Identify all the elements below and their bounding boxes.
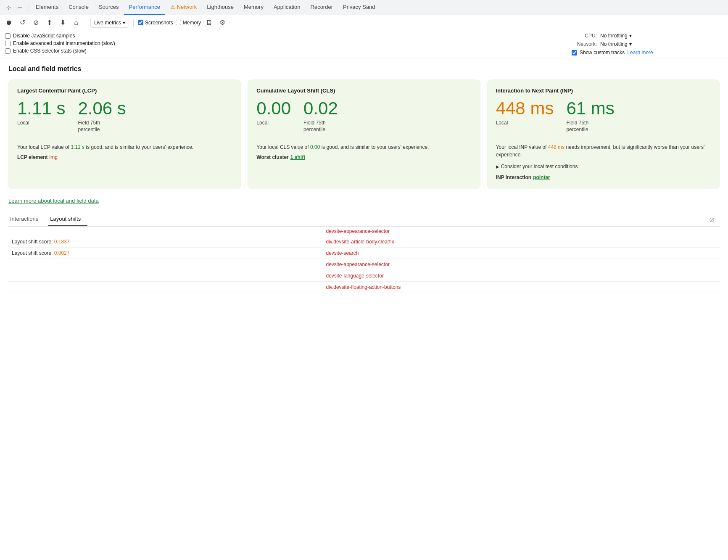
- download-button[interactable]: ⬇: [57, 17, 68, 28]
- lcp-card-title: Largest Contentful Paint (LCP): [17, 87, 232, 94]
- table-row: div.devsite-floating-action-buttons: [8, 282, 720, 293]
- custom-tracks-learn-more[interactable]: Learn more: [627, 50, 653, 55]
- upload-button[interactable]: ⬆: [44, 17, 55, 28]
- css-selector-checkbox[interactable]: [5, 48, 11, 54]
- tab-network[interactable]: ⚠ Network: [165, 0, 202, 15]
- worst-cluster-label: Worst cluster: [256, 154, 288, 160]
- cpu-throttle-select[interactable]: No throttling ▾: [600, 33, 632, 39]
- element-name-4[interactable]: devsite-language-selector: [326, 273, 383, 279]
- memory-checkbox-item[interactable]: Memory: [176, 20, 201, 26]
- lcp-field-value: 2.06 s: [78, 99, 126, 118]
- inp-card: Interaction to Next Paint (INP) 448 ms L…: [487, 79, 720, 189]
- element-cell-2: devsite-search: [322, 248, 720, 259]
- network-label: Network:: [572, 41, 597, 47]
- element-name-1[interactable]: div.devsite-article-body.clearfix: [326, 239, 394, 245]
- lcp-desc: Your local LCP value of 1.11 s is good, …: [17, 143, 232, 161]
- cpu-label: CPU:: [572, 33, 597, 39]
- lcp-local-label: Local: [17, 120, 65, 127]
- reload-record-button[interactable]: ↺: [17, 17, 28, 28]
- inp-desc: Your local INP value of 448 ms needs imp…: [496, 143, 711, 181]
- lcp-local-group: 1.11 s Local: [17, 99, 65, 133]
- inp-field-value: 61 ms: [566, 99, 614, 118]
- table-row: devsite-language-selector: [8, 270, 720, 282]
- lcp-element-label: LCP element: [17, 154, 47, 160]
- toolbar-separator-1: [86, 18, 86, 27]
- lcp-desc-text-1: Your local LCP value of: [17, 144, 71, 150]
- tab-console[interactable]: Console: [63, 0, 94, 15]
- lcp-local-value: 1.11 s: [17, 99, 65, 118]
- advanced-paint-checkbox[interactable]: [5, 41, 11, 46]
- lcp-element-value[interactable]: img: [49, 154, 57, 160]
- css-selector-setting[interactable]: Enable CSS selector stats (slow): [5, 48, 572, 54]
- tab-performance[interactable]: Performance: [124, 0, 165, 15]
- sub-tab-layout-shifts[interactable]: Layout shifts: [48, 212, 87, 226]
- cls-field-group: 0.02 Field 75thpercentile: [303, 99, 338, 133]
- live-metrics-label: Live metrics: [94, 20, 121, 26]
- inp-local-label: Local: [496, 120, 554, 127]
- lcp-card: Largest Contentful Paint (LCP) 1.11 s Lo…: [8, 79, 241, 189]
- disable-js-checkbox[interactable]: [5, 33, 11, 39]
- element-cell-5: div.devsite-floating-action-buttons: [322, 282, 720, 293]
- element-name-0[interactable]: devsite-appearance-selector: [326, 228, 389, 234]
- device-icon[interactable]: ▭: [15, 3, 24, 12]
- score-cell-5: [8, 282, 322, 293]
- score-label-1: Layout shift score:: [12, 239, 54, 245]
- element-cell-4: devsite-language-selector: [322, 270, 720, 282]
- learn-more-link[interactable]: Learn more about local and field data: [8, 198, 99, 204]
- sub-tab-interactions[interactable]: Interactions: [8, 212, 45, 226]
- inp-interaction-row: INP interactionpointer: [496, 174, 711, 181]
- worst-cluster-value[interactable]: 1 shift: [290, 154, 305, 160]
- cls-card-title: Cumulative Layout Shift (CLS): [256, 87, 471, 94]
- record-button[interactable]: ⏺: [3, 17, 14, 28]
- lcp-field-group: 2.06 s Field 75thpercentile: [78, 99, 126, 133]
- screenshots-checkbox-item[interactable]: Screenshots: [138, 20, 173, 26]
- network-throttle-arrow: ▾: [629, 41, 632, 47]
- tab-application[interactable]: Application: [269, 0, 306, 15]
- element-cell-3: devsite-appearance-selector: [322, 259, 720, 270]
- toolbar-separator-2: [133, 18, 134, 27]
- inp-desc-text-1: Your local INP value of: [496, 144, 548, 150]
- network-throttle-select[interactable]: No throttling ▾: [600, 41, 632, 47]
- devtools-icons: ⊹ ▭: [2, 3, 27, 12]
- memory-label: Memory: [183, 20, 201, 26]
- inp-field-label: Field 75thpercentile: [566, 120, 614, 133]
- cpu-throttle-icon[interactable]: 🖥: [203, 17, 214, 28]
- inp-interaction-value[interactable]: pointer: [533, 174, 550, 180]
- memory-checkbox[interactable]: [176, 20, 181, 25]
- score-val-2: 0.0027: [54, 250, 70, 256]
- tab-privacy[interactable]: Privacy Sand: [338, 0, 380, 15]
- tab-sources[interactable]: Sources: [94, 0, 124, 15]
- settings-icon[interactable]: ⚙: [217, 17, 228, 28]
- consider-block[interactable]: ▶ Consider your local test conditions: [496, 163, 711, 170]
- clear-button[interactable]: ⊘: [30, 17, 41, 28]
- devtools-tab-bar: ⊹ ▭ Elements Console Sources Performance…: [0, 0, 728, 15]
- element-cell-0: devsite-appearance-selector: [322, 227, 720, 236]
- dropdown-arrow-icon: ▾: [123, 20, 125, 26]
- element-cell-1: div.devsite-article-body.clearfix: [322, 236, 720, 248]
- advanced-paint-setting[interactable]: Enable advanced paint instrumentation (s…: [5, 40, 572, 46]
- tab-lighthouse[interactable]: Lighthouse: [202, 0, 239, 15]
- tab-memory[interactable]: Memory: [239, 0, 269, 15]
- live-metrics-select[interactable]: Live metrics ▾: [90, 18, 129, 28]
- cls-divider: [256, 139, 471, 139]
- screenshots-label: Screenshots: [145, 20, 173, 26]
- disable-js-setting[interactable]: Disable JavaScript samples: [5, 33, 572, 39]
- inp-values: 448 ms Local 61 ms Field 75thpercentile: [496, 99, 711, 133]
- screenshots-checkbox[interactable]: [138, 20, 143, 25]
- cursor-icon[interactable]: ⊹: [4, 3, 13, 12]
- custom-tracks-checkbox[interactable]: [572, 50, 577, 55]
- cls-card: Cumulative Layout Shift (CLS) 0.00 Local…: [248, 79, 480, 189]
- network-row: Network: No throttling ▾: [572, 41, 632, 47]
- custom-tracks-label: Show custom tracks: [580, 50, 625, 55]
- cpu-row: CPU: No throttling ▾: [572, 33, 632, 39]
- element-name-2[interactable]: devsite-search: [326, 250, 359, 256]
- element-name-5[interactable]: div.devsite-floating-action-buttons: [326, 284, 401, 290]
- lcp-highlight: 1.11 s: [71, 144, 84, 150]
- tab-recorder[interactable]: Recorder: [306, 0, 338, 15]
- home-button[interactable]: ⌂: [71, 17, 82, 28]
- inp-card-title: Interaction to Next Paint (INP): [496, 87, 711, 94]
- element-name-3[interactable]: devsite-appearance-selector: [326, 262, 389, 267]
- settings-right: CPU: No throttling ▾ Network: No throttl…: [572, 33, 723, 55]
- tab-elements[interactable]: Elements: [31, 0, 63, 15]
- cls-values: 0.00 Local 0.02 Field 75thpercentile: [256, 99, 471, 133]
